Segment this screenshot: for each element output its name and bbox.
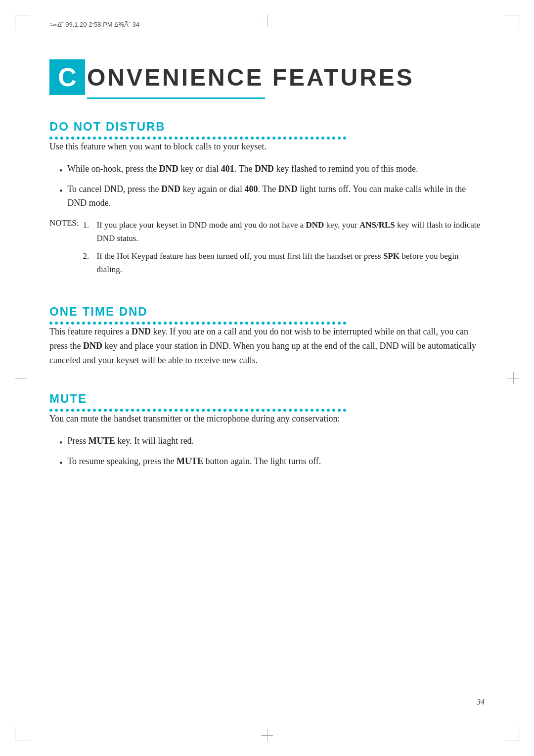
dot [251, 322, 254, 325]
dot [49, 137, 52, 140]
dot [49, 322, 52, 325]
dnd-bullet-1: • While on-hook, press the DND key or di… [59, 162, 485, 178]
dot [251, 137, 254, 140]
dot [115, 409, 118, 412]
dot [207, 409, 210, 412]
crosshair-top [261, 15, 273, 27]
dot [311, 137, 313, 140]
dot [305, 409, 308, 412]
dot [267, 322, 270, 325]
title-section: C ONVENIENCE FEATURES [49, 59, 485, 95]
dot [332, 137, 335, 140]
dot [289, 137, 292, 140]
dot [104, 137, 107, 140]
dot [82, 322, 85, 325]
dot [131, 137, 134, 140]
dot [223, 409, 226, 412]
dot [77, 137, 80, 140]
title-underline [87, 97, 265, 99]
dot [126, 137, 129, 140]
dot [223, 137, 226, 140]
dot [77, 322, 80, 325]
dot [327, 409, 330, 412]
dot [272, 409, 275, 412]
dot [136, 322, 139, 325]
bullet-dot-2: • [59, 184, 62, 211]
corner-mark-bl [15, 726, 30, 741]
dot [153, 409, 156, 412]
dot [256, 409, 259, 412]
dot [191, 137, 194, 140]
dot [147, 322, 150, 325]
note-1: 1. If you place your keyset in DND mode … [83, 218, 485, 245]
dot [311, 322, 313, 325]
dot [300, 322, 303, 325]
page-number: 34 [477, 698, 485, 707]
dot [272, 137, 275, 140]
dot [196, 322, 199, 325]
dot [153, 322, 156, 325]
dot [66, 322, 69, 325]
dot [93, 137, 96, 140]
dot [147, 409, 150, 412]
dot [147, 137, 150, 140]
dot [234, 137, 237, 140]
dot [223, 322, 226, 325]
dot [115, 322, 118, 325]
bullet-dot-1: • [59, 164, 62, 178]
dot [169, 409, 172, 412]
note-2: 2. If the Hot Keypad feature has been tu… [83, 249, 485, 276]
dot [88, 137, 90, 140]
dot [153, 137, 156, 140]
dot [180, 137, 183, 140]
dot [229, 409, 232, 412]
mute-intro: You can mute the handset transmitter or … [49, 412, 485, 426]
title-box: C ONVENIENCE FEATURES [49, 59, 485, 95]
mute-bullet-dot-1: • [59, 436, 62, 450]
dot [158, 409, 161, 412]
dnd-bullet-list: • While on-hook, press the DND key or di… [59, 162, 485, 210]
dot [126, 322, 129, 325]
dot [256, 137, 259, 140]
dot [202, 322, 205, 325]
dot [283, 137, 286, 140]
mute-bullet-1: • Press MUTE key. It will liaght red. [59, 434, 485, 450]
dot [120, 322, 123, 325]
note-1-text: If you place your keyset in DND mode and… [97, 218, 485, 245]
mute-bullet-dot-2: • [59, 456, 62, 471]
dot [300, 409, 303, 412]
dot [185, 137, 188, 140]
dots-row-dnd [49, 137, 485, 140]
dot [267, 137, 270, 140]
dot [278, 137, 281, 140]
dot [343, 322, 346, 325]
dot [136, 137, 139, 140]
corner-mark-tr [504, 15, 519, 30]
dot [332, 322, 335, 325]
dot [71, 322, 74, 325]
dot [120, 409, 123, 412]
dot [77, 409, 80, 412]
dot [251, 409, 254, 412]
dot [104, 409, 107, 412]
dot [169, 322, 172, 325]
note-num-1: 1. [83, 218, 93, 245]
dot [196, 409, 199, 412]
dot [294, 322, 297, 325]
dot [93, 322, 96, 325]
dot [185, 409, 188, 412]
dots-row-otd [49, 322, 485, 325]
note-num-2: 2. [83, 249, 93, 276]
dot [256, 322, 259, 325]
dot [60, 137, 63, 140]
dot [311, 409, 313, 412]
dot [191, 409, 194, 412]
note-2-text: If the Hot Keypad feature has been turne… [97, 249, 485, 276]
section-heading-title-otd: ONE TIME DND [49, 305, 485, 319]
dot [55, 409, 58, 412]
dot [131, 409, 134, 412]
dot [332, 409, 335, 412]
dot [164, 409, 167, 412]
dot [180, 322, 183, 325]
dot [316, 137, 319, 140]
